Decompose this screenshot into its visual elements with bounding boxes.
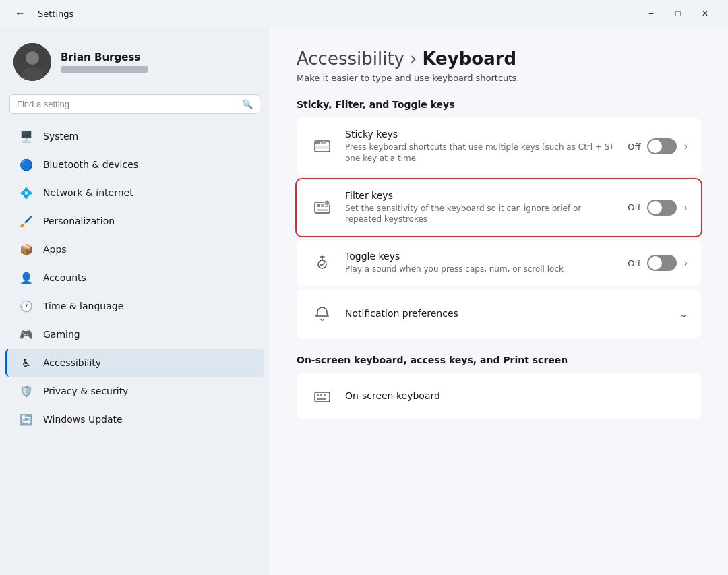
sticky-keys-row[interactable]: Sticky keys Press keyboard shortcuts tha… [297, 118, 701, 175]
sticky-keys-toggle[interactable] [647, 138, 677, 154]
sidebar-item-label: Windows Update [43, 414, 123, 425]
system-icon: 🖥️ [19, 129, 34, 144]
back-button[interactable]: ← [11, 4, 30, 23]
svg-rect-18 [320, 394, 322, 396]
sticky-keys-title: Sticky keys [345, 129, 617, 140]
sidebar-item-gaming[interactable]: 🎮 Gaming [5, 320, 264, 349]
sticky-keys-status: Off [628, 142, 640, 152]
svg-rect-20 [317, 398, 326, 400]
maximize-button[interactable]: □ [666, 4, 690, 23]
sidebar-item-accounts[interactable]: 👤 Accounts [5, 264, 264, 292]
accounts-icon: 👤 [19, 270, 34, 285]
svg-rect-3 [13, 43, 51, 81]
notification-title: Notification preferences [345, 308, 669, 319]
filter-keys-title: Filter keys [345, 190, 617, 201]
sidebar-item-label: Personalization [43, 216, 115, 226]
toggle-keys-controls: Off › [628, 255, 688, 271]
toggle-keys-toggle-knob [648, 256, 662, 270]
sidebar-item-apps[interactable]: 📦 Apps [5, 235, 264, 264]
privacy-icon: 🛡️ [19, 384, 34, 398]
bluetooth-icon: 🔵 [19, 157, 34, 172]
notification-preferences-row[interactable]: Notification preferences ⌄ [297, 290, 701, 338]
close-button[interactable]: ✕ [693, 4, 717, 23]
notification-icon [310, 302, 334, 326]
filter-keys-toggle-knob [648, 201, 662, 214]
gaming-icon: 🎮 [19, 327, 34, 342]
toggle-keys-row[interactable]: Toggle keys Play a sound when you press … [297, 240, 701, 286]
filter-keys-text: Filter keys Set the sensitivity of the k… [345, 190, 617, 226]
sticky-keys-icon [310, 134, 334, 158]
sidebar-item-network[interactable]: 💠 Network & internet [5, 179, 264, 207]
sidebar-item-label: Privacy & security [43, 386, 128, 396]
sidebar-item-time[interactable]: 🕐 Time & language [5, 292, 264, 320]
page-header: Accessibility › Keyboard Make it easier … [297, 49, 701, 83]
accessibility-icon: ♿ [19, 355, 34, 370]
sticky-keys-toggle-knob [648, 140, 662, 153]
network-icon: 💠 [19, 185, 34, 200]
toggle-keys-toggle[interactable] [647, 255, 677, 271]
user-profile[interactable]: Brian Burgess [0, 32, 270, 94]
minimize-button[interactable]: – [639, 4, 663, 23]
nav-list: 🖥️ System 🔵 Bluetooth & devices 💠 Networ… [0, 122, 270, 433]
section2-title: On-screen keyboard, access keys, and Pri… [297, 355, 701, 365]
filter-keys-controls: Off › [628, 200, 688, 216]
sidebar-item-label: Bluetooth & devices [43, 159, 138, 170]
svg-rect-10 [321, 204, 324, 207]
sidebar-item-label: Network & internet [43, 187, 133, 198]
breadcrumb: Accessibility › Keyboard [297, 49, 701, 69]
sidebar-item-label: System [43, 131, 78, 142]
sticky-keys-desc: Press keyboard shortcuts that use multip… [345, 142, 617, 164]
filter-keys-toggle[interactable] [647, 200, 677, 216]
svg-text:!: ! [326, 201, 328, 205]
app-title: Settings [38, 9, 73, 19]
on-screen-keyboard-card: On-screen keyboard [297, 373, 701, 419]
sidebar-item-system[interactable]: 🖥️ System [5, 122, 264, 150]
sticky-keys-chevron: › [684, 141, 688, 152]
filter-keys-desc: Set the sensitivity of the keyboard so i… [345, 203, 617, 226]
personalization-icon: 🖌️ [19, 214, 34, 229]
windows-update-icon: 🔄 [19, 412, 34, 427]
sticky-keys-controls: Off › [628, 138, 688, 154]
sticky-keys-card: Sticky keys Press keyboard shortcuts tha… [297, 118, 701, 175]
sidebar-item-windows-update[interactable]: 🔄 Windows Update [5, 405, 264, 433]
sidebar-item-privacy[interactable]: 🛡️ Privacy & security [5, 377, 264, 405]
sidebar: Brian Burgess 🔍 🖥️ System 🔵 Bluetooth & … [0, 27, 270, 575]
apps-icon: 📦 [19, 242, 34, 257]
notification-text: Notification preferences [345, 308, 669, 321]
notification-expand-icon: ⌄ [679, 309, 688, 320]
toggle-keys-card: Toggle keys Play a sound when you press … [297, 240, 701, 286]
time-icon: 🕐 [19, 299, 34, 313]
toggle-keys-desc: Play a sound when you press caps, num, o… [345, 264, 617, 275]
svg-rect-5 [315, 141, 320, 144]
toggle-keys-chevron: › [684, 258, 688, 268]
window-controls: – □ ✕ [639, 4, 717, 23]
sidebar-item-accessibility[interactable]: ♿ Accessibility [5, 349, 264, 377]
breadcrumb-separator: › [410, 49, 417, 69]
svg-rect-6 [321, 141, 326, 144]
filter-keys-icon: ! [310, 195, 334, 220]
svg-rect-19 [324, 394, 326, 396]
svg-rect-12 [317, 209, 328, 211]
user-info: Brian Burgess [61, 51, 148, 73]
breadcrumb-parent[interactable]: Accessibility [297, 49, 404, 69]
sidebar-item-label: Gaming [43, 329, 80, 340]
sidebar-item-label: Accounts [43, 272, 86, 283]
user-email-bar [61, 66, 148, 73]
filter-keys-row[interactable]: ! Filter keys Set the sensitivity of the… [297, 179, 701, 237]
section1-title: Sticky, Filter, and Toggle keys [297, 99, 701, 110]
on-screen-keyboard-icon [310, 384, 334, 408]
search-input[interactable] [17, 99, 237, 109]
svg-rect-7 [315, 146, 330, 149]
sidebar-item-label: Accessibility [43, 357, 101, 368]
on-screen-keyboard-text: On-screen keyboard [345, 390, 688, 403]
search-box[interactable]: 🔍 [9, 94, 260, 114]
on-screen-keyboard-row[interactable]: On-screen keyboard [297, 373, 701, 419]
sidebar-item-bluetooth[interactable]: 🔵 Bluetooth & devices [5, 150, 264, 179]
sidebar-item-personalization[interactable]: 🖌️ Personalization [5, 207, 264, 235]
title-bar: ← Settings – □ ✕ [0, 0, 728, 27]
sticky-keys-text: Sticky keys Press keyboard shortcuts tha… [345, 129, 617, 164]
toggle-keys-status: Off [628, 258, 640, 268]
breadcrumb-current: Keyboard [422, 49, 516, 69]
notification-controls: ⌄ [679, 309, 688, 320]
page-subtitle: Make it easier to type and use keyboard … [297, 73, 701, 83]
